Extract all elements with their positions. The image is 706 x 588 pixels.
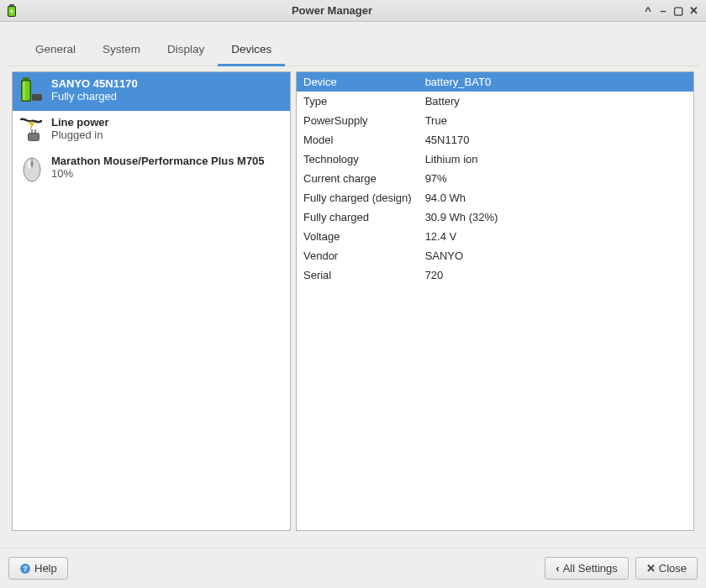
window-close-button[interactable]: ✕	[686, 4, 701, 17]
detail-value: 94.0 Wh	[419, 188, 693, 207]
detail-key: Voltage	[297, 227, 419, 246]
detail-header-row[interactable]: Device battery_BAT0	[297, 72, 693, 92]
detail-row[interactable]: Current charge97%	[297, 169, 693, 188]
detail-value: Lithium ion	[419, 150, 693, 169]
detail-key: Serial	[297, 265, 419, 285]
detail-value: True	[419, 111, 693, 130]
svg-text:?: ?	[23, 564, 28, 573]
battery-icon	[19, 77, 45, 106]
close-icon: ✕	[646, 562, 656, 575]
device-row-mouse[interactable]: Marathon Mouse/Performance Plus M705 10%	[13, 150, 290, 188]
device-title: SANYO 45N1170	[51, 77, 283, 90]
detail-key: Type	[297, 92, 419, 111]
detail-key: Current charge	[297, 169, 419, 188]
device-row-battery[interactable]: SANYO 45N1170 Fully charged	[13, 72, 290, 111]
detail-key: Fully charged	[297, 207, 419, 227]
detail-key: Vendor	[297, 246, 419, 265]
window-body: General System Display Devices SANYO 45N…	[0, 22, 706, 588]
detail-table: Device battery_BAT0 TypeBatteryPowerSupp…	[297, 72, 693, 285]
device-row-texts: SANYO 45N1170 Fully charged	[51, 77, 283, 102]
help-button[interactable]: ? Help	[8, 557, 68, 580]
detail-header-key: Device	[297, 72, 419, 92]
titlebar: Power Manager ^ – ▢ ✕	[0, 0, 706, 22]
tab-display[interactable]: Display	[154, 36, 218, 66]
detail-row[interactable]: Model45N1170	[297, 130, 693, 150]
detail-row[interactable]: Voltage12.4 V	[297, 227, 693, 246]
device-list: SANYO 45N1170 Fully charged Line power P…	[12, 71, 291, 531]
svg-rect-3	[23, 77, 29, 80]
detail-key: Fully charged (design)	[297, 188, 419, 207]
mouse-icon	[19, 155, 45, 183]
detail-value: 45N1170	[419, 130, 693, 150]
detail-key: Technology	[297, 150, 419, 169]
device-subtitle: 10%	[51, 167, 283, 180]
svg-rect-9	[38, 92, 40, 94]
detail-value: 97%	[419, 169, 693, 188]
detail-row[interactable]: TechnologyLithium ion	[297, 150, 693, 169]
svg-rect-8	[35, 92, 37, 94]
all-settings-label: All Settings	[563, 562, 618, 575]
detail-header-value: battery_BAT0	[419, 72, 693, 92]
tab-devices[interactable]: Devices	[218, 36, 285, 66]
close-button[interactable]: ✕ Close	[635, 557, 698, 580]
svg-rect-0	[9, 4, 14, 6]
device-subtitle: Plugged in	[51, 129, 283, 141]
chevron-left-icon: ‹	[556, 562, 559, 575]
device-row-linepower[interactable]: Line power Plugged in	[13, 111, 290, 150]
content-area: General System Display Devices SANYO 45N…	[0, 23, 706, 548]
device-detail: Device battery_BAT0 TypeBatteryPowerSupp…	[296, 71, 694, 531]
tab-general[interactable]: General	[22, 36, 89, 66]
detail-row[interactable]: Serial720	[297, 265, 693, 285]
help-label: Help	[34, 562, 57, 575]
detail-value: 12.4 V	[419, 227, 693, 246]
detail-value: SANYO	[419, 246, 693, 265]
svg-rect-12	[31, 129, 33, 133]
detail-row[interactable]: Fully charged30.9 Wh (32%)	[297, 207, 693, 227]
device-title: Line power	[51, 116, 283, 129]
detail-value: 30.9 Wh (32%)	[419, 207, 693, 227]
svg-rect-11	[29, 134, 39, 140]
window-title: Power Manager	[24, 4, 640, 17]
device-row-texts: Line power Plugged in	[51, 116, 283, 141]
panes: SANYO 45N1170 Fully charged Line power P…	[7, 66, 699, 536]
app-battery-icon	[5, 4, 18, 18]
detail-key: Model	[297, 130, 419, 150]
window-rollup-button[interactable]: ^	[640, 4, 656, 17]
svg-rect-13	[34, 129, 36, 133]
detail-key: PowerSupply	[297, 111, 419, 130]
svg-rect-7	[32, 94, 42, 101]
tab-system[interactable]: System	[89, 36, 154, 66]
detail-row[interactable]: Fully charged (design)94.0 Wh	[297, 188, 693, 207]
window-maximize-button[interactable]: ▢	[671, 4, 686, 17]
window-minimize-button[interactable]: –	[656, 4, 671, 17]
device-title: Marathon Mouse/Performance Plus M705	[51, 155, 283, 167]
tabs: General System Display Devices	[7, 29, 699, 66]
svg-rect-17	[31, 161, 34, 166]
all-settings-button[interactable]: ‹ All Settings	[545, 557, 628, 580]
detail-value: Battery	[419, 92, 693, 111]
device-row-texts: Marathon Mouse/Performance Plus M705 10%	[51, 155, 283, 180]
detail-value: 720	[419, 265, 693, 285]
detail-row[interactable]: VendorSANYO	[297, 246, 693, 265]
detail-row[interactable]: TypeBattery	[297, 92, 693, 111]
close-label: Close	[659, 562, 687, 575]
detail-row[interactable]: PowerSupplyTrue	[297, 111, 693, 130]
help-icon: ?	[19, 563, 31, 575]
footer-bar: ? Help ‹ All Settings ✕ Close	[0, 548, 706, 588]
ac-plug-icon	[19, 116, 45, 144]
svg-rect-6	[23, 81, 25, 100]
device-subtitle: Fully charged	[51, 90, 283, 102]
